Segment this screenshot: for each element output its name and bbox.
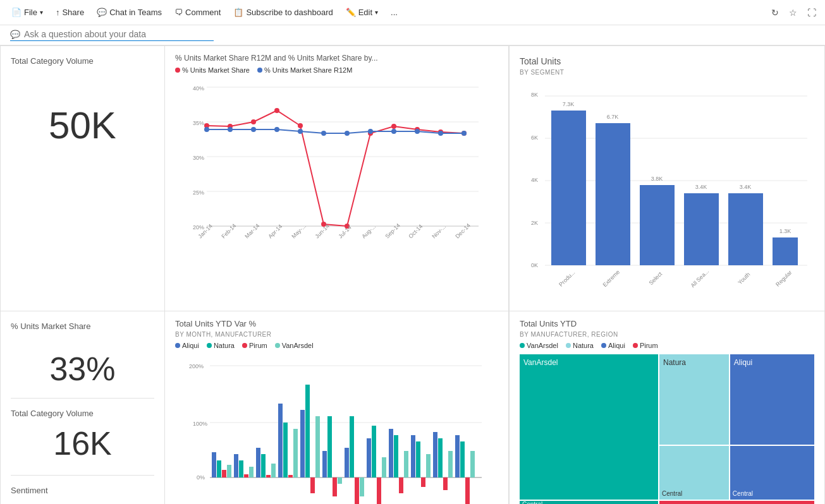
legend-natura-tm: Natura bbox=[566, 342, 594, 349]
svg-rect-108 bbox=[345, 448, 349, 477]
svg-point-14 bbox=[274, 108, 279, 113]
svg-point-23 bbox=[204, 127, 209, 132]
treemap-title: Total Units YTD bbox=[520, 319, 814, 328]
svg-text:1.3K: 1.3K bbox=[779, 228, 791, 234]
tile-total-category-volume-1[interactable]: Total Category Volume 50K bbox=[0, 45, 164, 311]
svg-rect-110 bbox=[355, 477, 359, 504]
legend-pirum: Pirum bbox=[242, 342, 267, 349]
more-label: ... bbox=[391, 8, 398, 17]
svg-text:Produ...: Produ... bbox=[558, 269, 576, 287]
svg-rect-129 bbox=[460, 441, 465, 477]
file-menu[interactable]: 📄 File ▾ bbox=[6, 5, 48, 20]
legend-aliqui: Aliqui bbox=[175, 342, 199, 349]
svg-text:Select: Select bbox=[647, 270, 663, 286]
legend-label-1: % Units Market Share bbox=[182, 66, 250, 74]
favorite-icon[interactable]: ☆ bbox=[786, 5, 800, 20]
more-button[interactable]: ... bbox=[386, 5, 403, 20]
legend-item-1: % Units Market Share bbox=[175, 66, 250, 74]
svg-rect-121 bbox=[416, 441, 420, 477]
svg-text:Regular: Regular bbox=[774, 269, 793, 287]
svg-point-24 bbox=[228, 127, 233, 132]
svg-rect-63 bbox=[640, 185, 675, 265]
svg-rect-100 bbox=[300, 410, 305, 477]
svg-rect-124 bbox=[433, 432, 437, 477]
edit-icon: ✏️ bbox=[346, 8, 356, 17]
svg-text:8K: 8K bbox=[531, 92, 538, 98]
svg-text:0K: 0K bbox=[531, 262, 538, 268]
legend-pirum-tm: Pirum bbox=[633, 342, 658, 349]
treemap-aliqui[interactable]: Aliqui bbox=[729, 354, 814, 445]
sentiment-title: Sentiment bbox=[11, 486, 154, 495]
svg-point-19 bbox=[391, 124, 396, 129]
ask-input[interactable] bbox=[24, 29, 214, 39]
svg-rect-104 bbox=[322, 451, 327, 477]
svg-rect-116 bbox=[389, 429, 393, 477]
ask-underline[interactable]: 💬 bbox=[10, 29, 214, 41]
svg-text:Apr-14: Apr-14 bbox=[267, 223, 283, 239]
svg-text:Extreme: Extreme bbox=[601, 268, 621, 288]
svg-text:Oct-14: Oct-14 bbox=[407, 223, 424, 239]
svg-rect-92 bbox=[256, 448, 260, 477]
bar2-legend: Aliqui Natura Pirum VanArsdel bbox=[175, 342, 498, 349]
svg-rect-125 bbox=[438, 438, 443, 477]
svg-rect-101 bbox=[305, 385, 310, 477]
svg-rect-66 bbox=[684, 193, 719, 265]
svg-text:Dec-14: Dec-14 bbox=[454, 222, 472, 240]
refresh-icon[interactable]: ↻ bbox=[769, 5, 781, 20]
svg-text:7.3K: 7.3K bbox=[563, 101, 575, 107]
legend-vanarsdel-tm: VanArsdel bbox=[520, 342, 558, 349]
tile-bar-chart2[interactable]: Total Units YTD Var % BY MONTH, MANUFACT… bbox=[164, 311, 509, 504]
svg-point-29 bbox=[345, 131, 350, 136]
cat-vol-2-value: 16K bbox=[11, 424, 154, 462]
svg-rect-112 bbox=[367, 438, 371, 477]
file-label: File bbox=[24, 8, 37, 17]
units-market-share-title: % Units Market Share bbox=[11, 321, 154, 331]
chat-button[interactable]: 💬 Chat in Teams bbox=[92, 5, 167, 20]
subscribe-button[interactable]: 📋 Subscribe to dashboard bbox=[228, 5, 338, 20]
svg-rect-115 bbox=[382, 457, 386, 477]
svg-rect-130 bbox=[465, 477, 470, 504]
svg-text:25%: 25% bbox=[193, 189, 204, 196]
fullscreen-icon[interactable]: ⛶ bbox=[805, 5, 819, 20]
svg-rect-127 bbox=[448, 451, 453, 477]
bar-chart-title: Total Units bbox=[520, 56, 814, 66]
svg-text:Aug-...: Aug-... bbox=[360, 224, 377, 240]
cat-vol-2-title: Total Category Volume bbox=[11, 409, 154, 418]
svg-rect-85 bbox=[217, 460, 221, 477]
edit-button[interactable]: ✏️ Edit ▾ bbox=[341, 5, 383, 20]
svg-point-27 bbox=[298, 129, 303, 134]
svg-rect-109 bbox=[350, 416, 354, 477]
treemap-vanarsdel[interactable]: VanArsdel bbox=[520, 354, 658, 500]
subscribe-label: Subscribe to dashboard bbox=[246, 8, 333, 17]
treemap-aliqui-central[interactable]: Central bbox=[729, 445, 814, 500]
treemap-cells: VanArsdel Natura Aliqui Central Central … bbox=[520, 354, 814, 504]
bar2-subtitle: BY MONTH, MANUFACTURER bbox=[175, 331, 498, 338]
share-button[interactable]: ↑ Share bbox=[51, 5, 89, 20]
tile-line-chart[interactable]: % Units Market Share R12M and % Units Ma… bbox=[164, 45, 509, 311]
tile-1-title: Total Category Volume bbox=[11, 56, 154, 66]
svg-rect-113 bbox=[372, 426, 376, 477]
treemap-pirum[interactable]: Pirum Central bbox=[658, 500, 814, 504]
comment-button[interactable]: 🗨 Comment bbox=[169, 5, 226, 20]
svg-point-13 bbox=[251, 119, 256, 124]
tile-left-bottom[interactable]: % Units Market Share 33% Total Category … bbox=[0, 311, 164, 504]
svg-text:6K: 6K bbox=[531, 135, 538, 141]
treemap-natura[interactable]: Natura bbox=[658, 354, 729, 445]
edit-label: Edit bbox=[358, 8, 372, 17]
svg-rect-128 bbox=[455, 435, 460, 477]
svg-point-34 bbox=[461, 131, 467, 136]
treemap-natura-central[interactable]: Central bbox=[658, 445, 729, 500]
svg-text:6.7K: 6.7K bbox=[607, 114, 619, 120]
line-chart-legend: % Units Market Share % Units Market Shar… bbox=[175, 66, 498, 74]
svg-point-26 bbox=[274, 127, 279, 132]
treemap-vanarsdel-central[interactable]: Central bbox=[520, 500, 658, 504]
svg-point-31 bbox=[391, 129, 396, 134]
svg-rect-95 bbox=[271, 464, 276, 477]
subscribe-icon: 📋 bbox=[233, 8, 243, 17]
svg-rect-88 bbox=[234, 454, 238, 477]
tile-treemap[interactable]: Total Units YTD BY MANUFACTURER, REGION … bbox=[509, 311, 825, 504]
chat-icon: 💬 bbox=[97, 8, 107, 17]
tile-bar-chart[interactable]: Total Units BY SEGMENT 0K 2K 4K 6K 8K 7.… bbox=[509, 45, 825, 311]
legend-natura: Natura bbox=[207, 342, 235, 349]
svg-text:30%: 30% bbox=[193, 155, 204, 161]
